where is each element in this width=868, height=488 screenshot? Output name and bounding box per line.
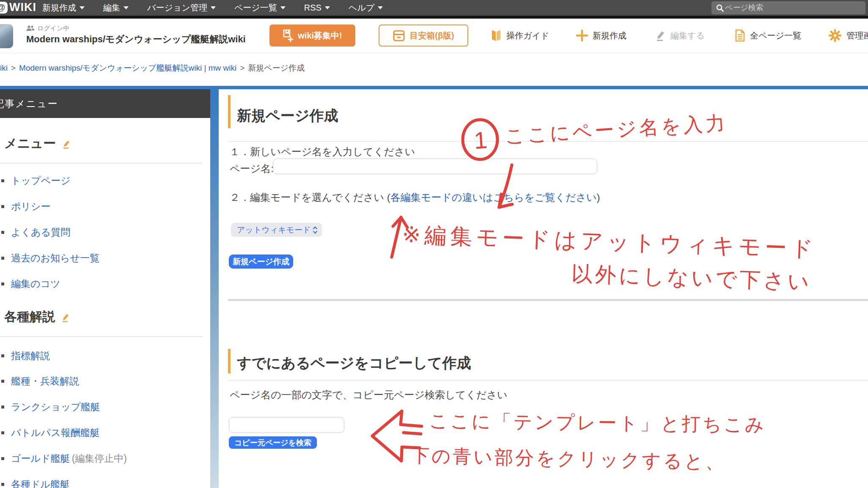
step2-text: ２．編集モードを選んでください ( — [230, 192, 390, 203]
bullet-icon — [1, 380, 4, 383]
bullet-icon — [1, 457, 4, 460]
copy-page-title: すでにあるページをコピーして作成 — [237, 354, 471, 373]
edit-pencil-icon[interactable] — [61, 311, 70, 326]
bullet-icon — [1, 406, 4, 408]
nav-menu-edit[interactable]: 編集 — [103, 2, 129, 14]
sidebar-item-gold-ships[interactable]: ゴールド艦艇 (編集停止中) — [0, 452, 127, 465]
bullet-icon — [1, 282, 4, 285]
page: @ WIKI 新規作成 編集 バージョン管理 ページ一覧 RSS ヘルプ — [0, 0, 868, 488]
bullet-icon — [1, 231, 4, 234]
breadcrumb-root-link[interactable]: iki — [0, 63, 8, 72]
edit-pencil-icon[interactable] — [62, 138, 71, 152]
all-pages-label: 全ページ一覧 — [750, 30, 801, 41]
nav-menu-help[interactable]: ヘルプ — [349, 2, 383, 14]
gold-ships-suffix: (編集停止中) — [72, 452, 127, 465]
chevron-down-icon — [378, 6, 383, 9]
sidebar-item-rank-shop[interactable]: ランクショップ艦艇 — [0, 400, 100, 414]
admin-label: 管理画面 — [846, 30, 868, 41]
wiki-recruit-label: wiki募集中! — [298, 30, 342, 41]
users-icon — [26, 25, 35, 32]
edit-page-button[interactable]: 編集する — [655, 25, 705, 47]
page-name-label: ページ名: — [230, 162, 274, 175]
top-nav-menus: 新規作成 編集 バージョン管理 ページ一覧 RSS ヘルプ — [42, 0, 383, 16]
wiki-recruit-button[interactable]: wiki募集中! — [269, 25, 355, 47]
section-divider — [228, 299, 868, 301]
sidebar-item-ship-weapons[interactable]: 艦種・兵装解説 — [0, 375, 79, 388]
sidebar-item-past-news[interactable]: 過去のお知らせ一覧 — [0, 252, 99, 265]
sidebar-item-dollar-ships[interactable]: 各種ドル艦艇 — [0, 478, 70, 488]
breadcrumb-wiki-link[interactable]: Modern warships/モダンウォーシップ艦艇解説wiki | mw w… — [19, 63, 236, 72]
edit-mode-select[interactable]: アットウィキモード — [231, 223, 322, 237]
edit-mode-help-link[interactable]: 各編集モードの違いはこちらをご覧ください — [390, 192, 597, 203]
admin-button[interactable]: 管理画面 — [828, 25, 868, 47]
bullet-icon — [1, 205, 4, 208]
wiki-avatar[interactable] — [0, 24, 13, 48]
sidebar-section-guides-title: 各種解説 — [4, 308, 70, 326]
section-underline — [228, 380, 868, 381]
login-status: ログイン中 — [26, 25, 69, 33]
wiki-title[interactable]: Modern warships/モダンウォーシップ艦艇解説wiki — [26, 33, 246, 46]
document-icon — [735, 29, 745, 42]
breadcrumb-current: 新規ページ作成 — [248, 63, 305, 72]
create-page-title: 新規ページ作成 — [237, 106, 338, 126]
create-page-submit-button[interactable]: 新規ページ作成 — [229, 255, 293, 269]
top-nav-bar: @ WIKI 新規作成 編集 バージョン管理 ページ一覧 RSS ヘルプ — [0, 0, 868, 16]
sidebar-divider — [0, 163, 202, 163]
breadcrumb-bar: iki>Modern warships/モダンウォーシップ艦艇解説wiki | … — [0, 53, 868, 86]
sidebar-item-metrics[interactable]: 指標解説 — [0, 349, 50, 362]
section-accent-bar — [228, 95, 231, 128]
step2-text-suffix: ) — [597, 192, 600, 203]
select-chevrons-icon — [313, 226, 318, 234]
bullet-icon — [1, 257, 4, 260]
nav-menu-rss[interactable]: RSS — [304, 3, 330, 13]
page-search-input[interactable] — [724, 3, 844, 13]
atwiki-logo-text: WIKI — [9, 1, 36, 14]
sidebar: メニュー トップページ ポリシー よくある質問 過去のお知らせ一覧 — [0, 118, 210, 488]
bullet-icon — [1, 354, 4, 357]
sidebar-item-faq[interactable]: よくある質問 — [0, 226, 70, 239]
sidebar-divider — [0, 336, 202, 337]
page-search-box — [711, 1, 865, 14]
breadcrumb-separator: > — [8, 63, 19, 72]
login-status-label: ログイン中 — [37, 25, 69, 33]
chevron-down-icon — [325, 6, 330, 9]
create-page-label: 新規作成 — [593, 30, 626, 41]
wiki-header: ログイン中 Modern warships/モダンウォーシップ艦艇解説wiki … — [0, 19, 868, 53]
all-pages-button[interactable]: 全ページ一覧 — [735, 25, 801, 47]
suggestion-box-icon — [393, 29, 405, 42]
step2-instruction: ２．編集モードを選んでください (各編集モードの違いはこちらをご覧ください) — [230, 191, 600, 204]
nav-menu-new[interactable]: 新規作成 — [42, 2, 85, 14]
sidebar-item-top-page[interactable]: トップページ — [0, 174, 71, 187]
atwiki-logo[interactable]: @ WIKI — [0, 1, 36, 14]
copy-source-search-input[interactable] — [229, 417, 344, 433]
nav-menu-version[interactable]: バージョン管理 — [147, 2, 216, 14]
chevron-down-icon — [211, 6, 216, 9]
bullet-icon — [1, 431, 4, 434]
suggestion-box-label: 目安箱(β版) — [409, 30, 454, 41]
chevron-down-icon — [280, 6, 286, 9]
guide-button[interactable]: 操作ガイド — [491, 25, 549, 47]
nav-separator — [0, 16, 868, 19]
guide-label: 操作ガイド — [506, 30, 549, 41]
suggestion-box-button[interactable]: 目安箱(β版) — [379, 25, 468, 47]
chevron-down-icon — [124, 6, 129, 9]
sidebar-item-battlepass[interactable]: バトルパス報酬艦艇 — [0, 426, 100, 439]
sidebar-header-title: 記事メニュー — [0, 97, 58, 110]
breadcrumb: iki>Modern warships/モダンウォーシップ艦艇解説wiki | … — [0, 63, 305, 74]
copy-source-search-button[interactable]: コピー元ページを検索 — [229, 436, 317, 449]
edit-mode-selected-value: アットウィキモード — [237, 225, 311, 236]
atwiki-logo-icon: @ — [0, 2, 8, 14]
search-icon — [716, 4, 724, 12]
sidebar-item-edit-tips[interactable]: 編集のコツ — [0, 277, 60, 291]
copy-instruction: ページ名の一部の文字で、コピー元ページ検索してください — [230, 388, 507, 402]
page-name-input[interactable] — [273, 159, 597, 174]
sidebar-item-policy[interactable]: ポリシー — [0, 200, 51, 213]
edit-page-label: 編集する — [670, 30, 705, 41]
breadcrumb-separator: > — [236, 63, 248, 72]
guide-book-icon — [491, 29, 502, 42]
create-page-button[interactable]: 新規作成 — [576, 25, 626, 47]
main-panel: 新規ページ作成 １．新しいページ名を入力してください ページ名: ２．編集モード… — [219, 89, 868, 488]
gear-icon — [828, 29, 842, 42]
plus-icon — [576, 30, 588, 41]
nav-menu-pagelist[interactable]: ページ一覧 — [234, 2, 286, 14]
